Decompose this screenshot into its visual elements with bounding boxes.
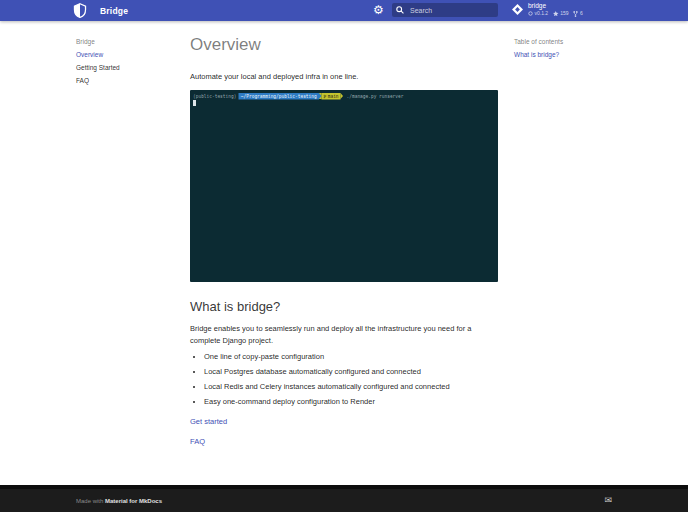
feature-item: Local Postgres database automatically co… [204,368,498,376]
section-heading: What is bridge? [190,299,498,314]
repo-link[interactable]: bridge v0.1.2 159 [512,2,583,17]
feature-item: Local Redis and Celery instances automat… [204,383,498,391]
article: Overview Automate your local and deploye… [190,21,498,446]
page-title: Overview [190,35,498,55]
sidebar-item-getting-started[interactable]: Getting Started [76,64,186,71]
terminal-venv: (public-testing) [193,93,236,100]
powerline-arrow [341,93,344,99]
sidebar-site-title: Bridge [76,38,186,45]
page: Bridge ⚙ bridge v0. [0,0,688,512]
feature-item: One line of copy-paste configuration [204,353,498,361]
terminal-cursor [193,100,196,106]
toc-title: Table of contents [514,38,612,45]
repo-forks: 6 [580,10,583,17]
sidebar-item-faq[interactable]: FAQ [76,77,186,84]
footer-made-with-text: Made with [76,498,103,504]
search-input[interactable] [408,6,494,15]
footer-brand-link[interactable]: Material for MkDocs [105,498,162,504]
repo-stars: 159 [560,10,568,17]
fork-icon [573,11,578,17]
terminal-command: ./manage.py runserver [347,93,404,100]
repo-stats: v0.1.2 159 [528,10,583,17]
terminal-branch-name: main [328,93,339,100]
page-footer: Made with Material for MkDocs ✉ [0,485,688,512]
section-paragraph: Bridge enables you to seamlessly run and… [190,323,496,346]
version-tag-icon [528,11,533,16]
email-icon[interactable]: ✉ [604,496,612,505]
site-title: Bridge [100,6,128,16]
repo-version: v0.1.2 [535,10,549,17]
repo-name: bridge [528,2,583,10]
terminal-screenshot: (public-testing) ~/Programming/public-te… [190,90,498,282]
sidebar-nav: Bridge Overview Getting Started FAQ [76,38,186,90]
table-of-contents: Table of contents What is bridge? [514,38,612,58]
sidebar-item-overview[interactable]: Overview [76,51,186,58]
terminal-prompt-line: (public-testing) ~/Programming/public-te… [193,93,498,100]
terminal-branch-segment: main [322,93,341,100]
feature-item: Easy one-command deploy configuration to… [204,398,498,406]
footer-credit: Made with Material for MkDocs [76,498,162,504]
get-started-link[interactable]: Get started [190,417,498,426]
settings-gear-icon[interactable]: ⚙ [370,2,387,19]
feature-list: One line of copy-paste configuration Loc… [190,353,498,406]
shield-logo-icon [73,3,87,18]
star-icon [553,11,559,17]
search-bar[interactable] [392,3,498,17]
intro-text: Automate your local and deployed infra i… [190,72,498,81]
search-icon [396,6,404,14]
terminal-path-segment: ~/Programming/public-testing [238,93,319,100]
content-area: Bridge Overview Getting Started FAQ Tabl… [76,21,612,489]
git-branch-icon [324,94,327,98]
app-header: Bridge ⚙ bridge v0. [0,0,688,21]
toc-item-what-is-bridge[interactable]: What is bridge? [514,51,612,58]
repo-diamond-icon [512,4,523,15]
faq-link[interactable]: FAQ [190,437,498,446]
